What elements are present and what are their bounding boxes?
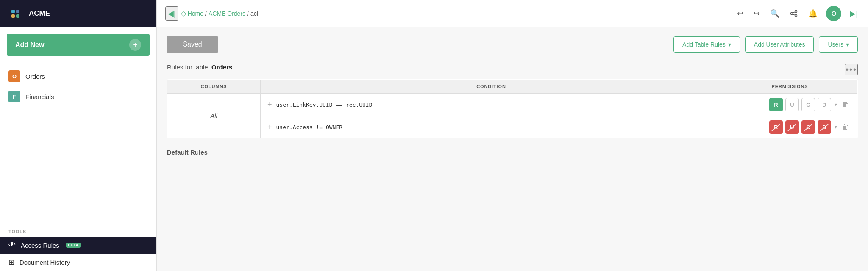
search-button[interactable]: 🔍 <box>768 7 781 20</box>
perm-c-button-2[interactable]: C <box>801 120 815 134</box>
perm-u-button-2[interactable]: U <box>785 120 799 134</box>
permissions-row-1: R U C D ▾ 🗑 <box>729 98 851 111</box>
table-row-2: + user.Access != OWNER R U C D ▾ 🗑 <box>167 116 858 138</box>
breadcrumb-sep1: / <box>205 10 207 17</box>
permissions-row-2: R U C D ▾ 🗑 <box>729 120 851 134</box>
perm-r-button-1[interactable]: R <box>769 98 783 111</box>
condition-header: CONDITION <box>261 80 722 94</box>
add-table-rules-button[interactable]: Add Table Rules ▾ <box>673 36 740 53</box>
perm-c-button-1[interactable]: C <box>801 98 815 111</box>
breadcrumb-orders[interactable]: ACME Orders <box>209 10 245 17</box>
rules-section-header: Rules for table Orders ••• <box>167 64 858 76</box>
condition-cell-2: + user.Access != OWNER <box>261 116 722 138</box>
svg-point-0 <box>795 10 797 12</box>
breadcrumb: ◇ Home / ACME Orders / acl <box>181 9 258 17</box>
condition-row-2: + user.Access != OWNER <box>267 121 715 133</box>
table-row: All + user.LinkKey.UUID == rec.UUID R U … <box>167 94 858 116</box>
sidebar-item-orders[interactable]: O Orders <box>0 66 156 86</box>
perm-delete-1[interactable]: 🗑 <box>840 101 851 108</box>
add-table-rules-label: Add Table Rules <box>682 41 726 48</box>
eye-icon: 👁 <box>8 241 16 249</box>
table-icon: ◇ <box>181 9 186 17</box>
document-history-label: Document History <box>19 259 70 266</box>
default-rules-title: Default Rules <box>167 149 858 156</box>
add-user-attributes-label: Add User Attributes <box>754 41 805 48</box>
avatar-label: O <box>831 10 836 17</box>
nav-items: O Orders F Financials <box>0 63 156 222</box>
add-table-rules-arrow: ▾ <box>728 41 731 48</box>
add-condition-button-2[interactable]: + <box>267 123 272 131</box>
perm-d-button-2[interactable]: D <box>818 120 831 134</box>
financials-icon: F <box>8 91 20 102</box>
user-avatar-button[interactable]: O <box>826 6 841 21</box>
history-icon: ⊞ <box>8 258 14 267</box>
svg-line-4 <box>793 14 795 15</box>
breadcrumb-current: acl <box>250 10 258 17</box>
orders-icon: O <box>8 70 20 82</box>
collapse-sidebar-button[interactable]: ◀| <box>165 6 178 21</box>
content-area: Saved Add Table Rules ▾ Add User Attribu… <box>157 27 868 271</box>
main-panel: ◀| ◇ Home / ACME Orders / acl ↩ ↪ 🔍 <box>157 0 868 271</box>
sidebar-item-financials[interactable]: F Financials <box>0 86 156 107</box>
perm-dropdown-2[interactable]: ▾ <box>834 124 838 130</box>
perm-delete-2[interactable]: 🗑 <box>840 123 851 131</box>
topbar-left: ◀| ◇ Home / ACME Orders / acl <box>165 6 732 21</box>
permissions-header: PERMISSIONS <box>722 80 858 94</box>
access-rules-label: Access Rules <box>21 242 59 249</box>
add-user-attributes-button[interactable]: Add User Attributes <box>745 36 814 53</box>
perm-d-button-1[interactable]: D <box>818 98 831 111</box>
expand-panel-button[interactable]: ▶| <box>848 7 860 20</box>
columns-header: COLUMNS <box>167 80 261 94</box>
add-new-plus-icon: + <box>129 39 141 51</box>
beta-badge: BETA <box>66 243 81 248</box>
redo-button[interactable]: ↪ <box>752 7 762 20</box>
rules-table: COLUMNS CONDITION PERMISSIONS All + user… <box>167 79 858 138</box>
columns-cell: All <box>167 94 261 138</box>
columns-all-label: All <box>210 112 217 119</box>
topbar-actions: ↩ ↪ 🔍 🔔 O ▶| <box>735 6 860 21</box>
sidebar-item-access-rules[interactable]: 👁 Access Rules BETA <box>0 237 156 254</box>
svg-line-3 <box>793 12 795 13</box>
undo-button[interactable]: ↩ <box>735 7 745 20</box>
permissions-cell-2: R U C D ▾ 🗑 <box>722 116 858 138</box>
topbar: ◀| ◇ Home / ACME Orders / acl ↩ ↪ 🔍 <box>157 0 868 27</box>
svg-point-2 <box>791 12 793 14</box>
condition-code-1: user.LinkKey.UUID == rec.UUID <box>276 102 373 108</box>
users-arrow: ▾ <box>846 41 849 48</box>
condition-row-1: + user.LinkKey.UUID == rec.UUID <box>267 98 715 111</box>
action-bar: Saved Add Table Rules ▾ Add User Attribu… <box>167 36 858 53</box>
rules-table-name: Orders <box>211 64 232 71</box>
users-label: Users <box>828 41 843 48</box>
permissions-cell-1: R U C D ▾ 🗑 <box>722 94 858 116</box>
perm-r-button-2[interactable]: R <box>769 120 783 134</box>
orders-label: Orders <box>25 73 45 80</box>
rules-section-title: Rules for table Orders <box>167 64 232 71</box>
breadcrumb-sep2: / <box>247 10 249 17</box>
perm-u-button-1[interactable]: U <box>785 98 799 111</box>
users-button[interactable]: Users ▾ <box>819 36 858 53</box>
share-icon <box>790 9 798 18</box>
share-button[interactable] <box>788 8 800 19</box>
app-title: ACME <box>29 9 50 18</box>
svg-point-1 <box>795 14 797 17</box>
logo-icon <box>7 5 24 22</box>
financials-label: Financials <box>25 93 54 100</box>
perm-dropdown-1[interactable]: ▾ <box>834 102 838 108</box>
rules-more-button[interactable]: ••• <box>845 64 858 75</box>
logo-area: ACME <box>0 0 156 27</box>
sidebar: ACME Add New + O Orders F Financials TOO… <box>0 0 157 271</box>
condition-cell-1: + user.LinkKey.UUID == rec.UUID <box>261 94 722 116</box>
add-new-label: Add New <box>15 41 44 49</box>
add-condition-button-1[interactable]: + <box>267 101 272 108</box>
saved-button: Saved <box>167 36 218 53</box>
condition-code-2: user.Access != OWNER <box>276 124 343 130</box>
bell-button[interactable]: 🔔 <box>807 7 819 20</box>
add-new-button[interactable]: Add New + <box>7 34 150 56</box>
sidebar-item-document-history[interactable]: ⊞ Document History <box>0 254 156 271</box>
tools-section-label: TOOLS <box>0 222 156 237</box>
breadcrumb-home[interactable]: Home <box>188 10 203 17</box>
rules-title-prefix: Rules for table <box>167 64 208 71</box>
